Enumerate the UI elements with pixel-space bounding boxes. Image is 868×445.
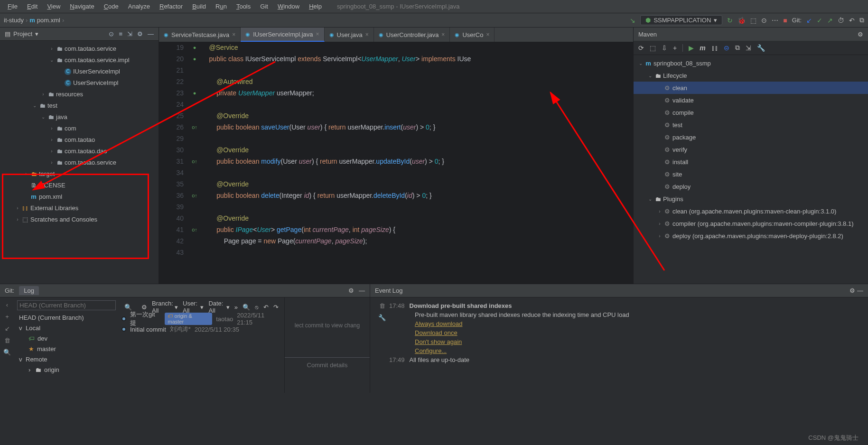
close-icon[interactable]: × [365, 31, 369, 38]
expand-arrow-icon[interactable]: › [48, 160, 55, 165]
editor-tab-User-java[interactable]: ◉User.java× [325, 28, 374, 42]
run-icon[interactable]: ↻ [727, 17, 733, 24]
coverage-icon[interactable]: ⬚ [750, 17, 756, 24]
checkout-icon[interactable]: ↙ [5, 325, 10, 332]
breadcrumb-file[interactable]: pom.xml [37, 17, 60, 24]
expand-arrow-icon[interactable]: › [48, 137, 55, 142]
search-icon[interactable]: 🔍 [3, 349, 11, 356]
breadcrumb[interactable]: it-study › m pom.xml › [4, 17, 64, 24]
filter-search2-icon[interactable]: 🔍 [243, 304, 250, 311]
run-maven-icon[interactable]: ▶ [689, 44, 694, 52]
git-log-tab[interactable]: Log [19, 286, 39, 295]
maven-settings-icon[interactable]: 🔧 [757, 44, 765, 52]
code-line-41[interactable]: 41o↑ public IPage<User> getPage(int curr… [159, 224, 633, 235]
close-icon[interactable]: × [486, 31, 489, 38]
usage-icon[interactable]: ● [193, 90, 196, 96]
event-link[interactable]: Download once [415, 329, 457, 336]
expand-arrow-icon[interactable]: ⌄ [647, 196, 653, 202]
branch-group-remote[interactable]: vRemote [17, 354, 116, 364]
git-rollback-icon[interactable]: ↶ [849, 17, 855, 24]
expand-all-icon[interactable]: ≡ [119, 30, 122, 37]
expand-arrow-icon[interactable]: › [40, 92, 47, 97]
download-icon[interactable]: ⇩ [662, 44, 667, 52]
override-icon[interactable]: o↑ [192, 193, 197, 198]
expand-arrow-icon[interactable]: › [14, 217, 21, 222]
code-line-20[interactable]: 20● public class IUserServiceImpl extend… [159, 53, 633, 65]
profile-icon[interactable]: ⊙ [761, 17, 767, 24]
expand-arrow-icon[interactable]: › [656, 221, 663, 226]
toggle-skip-tests-icon[interactable]: ⫿⫿ [711, 44, 718, 52]
maven-item-compiler[interactable]: ›⚙compiler (org.apache.maven.plugins:mav… [634, 217, 868, 230]
menu-build[interactable]: Build [188, 2, 210, 11]
usage-icon[interactable]: ● [193, 56, 196, 62]
branch-group-local[interactable]: vLocal [17, 323, 116, 333]
git-history-icon[interactable]: ⏱ [838, 17, 844, 24]
hide-icon[interactable]: — [857, 287, 863, 294]
filter-user[interactable]: User: All▾ [183, 300, 204, 314]
code-line-35[interactable]: 35 @Override [159, 178, 633, 190]
run-config-selector[interactable]: ⬢ SSMPAPPLICATION ▾ [640, 15, 722, 25]
code-line-36[interactable]: 36o↑ public boolean delete(Integer id) {… [159, 190, 633, 201]
tree-item-com[interactable]: ›🖿com [0, 122, 159, 134]
more-icon[interactable]: ⋯ [772, 17, 778, 24]
select-opened-icon[interactable]: ⊙ [109, 30, 114, 37]
stop-icon[interactable]: ■ [783, 17, 787, 24]
tree-item-iuserserviceimpl[interactable]: CIUserServiceImpl [0, 65, 159, 77]
menu-view[interactable]: View [43, 2, 64, 11]
expand-arrow-icon[interactable]: › [23, 171, 29, 176]
code-line-25[interactable]: 25 @Override [159, 110, 633, 121]
tree-item-com-taotao-service-impl[interactable]: ⌄🖿com.taotao.service.impl [0, 54, 159, 65]
maven-item-springboot-08-ssmp[interactable]: ⌄mspringboot_08_ssmp [634, 57, 868, 69]
menu-code[interactable]: Code [100, 2, 122, 11]
close-icon[interactable]: × [316, 31, 319, 37]
expand-arrow-icon[interactable]: › [48, 46, 55, 51]
menu-edit[interactable]: Edit [23, 2, 41, 11]
collapse-icon[interactable]: ⇲ [746, 44, 751, 52]
search-icon[interactable]: ⧉ [859, 16, 864, 24]
code-line-40[interactable]: 40 @Override [159, 213, 633, 224]
commit-row[interactable]: 第一次git提🏷 origin & mastertaotao2022/5/11 … [121, 314, 281, 324]
clear-icon[interactable]: 🗑 [379, 302, 385, 309]
maven-item-lifecycle[interactable]: ⌄🖿Lifecycle [634, 69, 868, 82]
maven-item-package[interactable]: ⚙package [634, 131, 868, 143]
back-icon[interactable]: ‹ [6, 301, 8, 308]
git-push-icon[interactable]: ↗ [827, 17, 833, 24]
hide-icon[interactable]: — [359, 287, 365, 294]
tree-item-target[interactable]: ›🖿target [0, 168, 159, 179]
expand-arrow-icon[interactable]: › [48, 126, 55, 131]
code-line-42[interactable]: 42 Page page = new Page(currentPage, pag… [159, 235, 633, 247]
expand-arrow-icon[interactable]: › [48, 148, 55, 154]
reload-icon[interactable]: ⟳ [638, 44, 644, 52]
maven-item-install[interactable]: ⚙install [634, 156, 868, 168]
expand-arrow-icon[interactable]: ⌄ [48, 57, 55, 63]
delete-icon[interactable]: 🗑 [4, 337, 10, 344]
override-icon[interactable]: o↑ [192, 124, 197, 130]
menu-window[interactable]: Window [274, 2, 303, 11]
gear-icon[interactable]: ⚙ [849, 287, 855, 294]
tree-item-external-libraries[interactable]: ›⫿⫿External Libraries [0, 202, 159, 213]
git-update-icon[interactable]: ↙ [806, 17, 812, 24]
maven-item-clean[interactable]: ⚙clean [634, 82, 868, 94]
expand-arrow-icon[interactable]: ⌄ [31, 103, 38, 108]
event-link[interactable]: Configure... [415, 347, 447, 354]
code-line-39[interactable]: 39 [159, 201, 633, 213]
tree-item-com-taotao-service[interactable]: ›🖿com.taotao.service [0, 43, 159, 54]
tree-item-com-taotao-service[interactable]: ›🖿com.taotao.service [0, 157, 159, 168]
filter-date[interactable]: Date: All▾ [208, 300, 229, 314]
maven-item-site[interactable]: ⚙site [634, 168, 868, 180]
code-line-22[interactable]: 22 @Autowired [159, 76, 633, 87]
undo-icon[interactable]: ↶ [263, 304, 269, 311]
tree-item-pom-xml[interactable]: mpom.xml [0, 191, 159, 202]
branch-head[interactable]: HEAD (Current Branch) [17, 312, 116, 323]
breadcrumb-root[interactable]: it-study [4, 17, 24, 24]
code-line-30[interactable]: 30 @Override [159, 144, 633, 156]
editor-tab-IUserServiceImpl-java[interactable]: ◉IUserServiceImpl.java× [241, 28, 324, 42]
generate-sources-icon[interactable]: ⬚ [650, 44, 656, 52]
maven-item-verify[interactable]: ⚙verify [634, 143, 868, 156]
show-dependencies-icon[interactable]: ⧉ [735, 44, 740, 52]
tree-item-resources[interactable]: ›🖿resources [0, 88, 159, 100]
menu-tools[interactable]: Tools [233, 2, 254, 11]
gear-icon[interactable]: ⚙ [137, 30, 143, 37]
code-line-19[interactable]: 19● @Service [159, 42, 633, 53]
code-line-21[interactable]: 21 [159, 65, 633, 76]
